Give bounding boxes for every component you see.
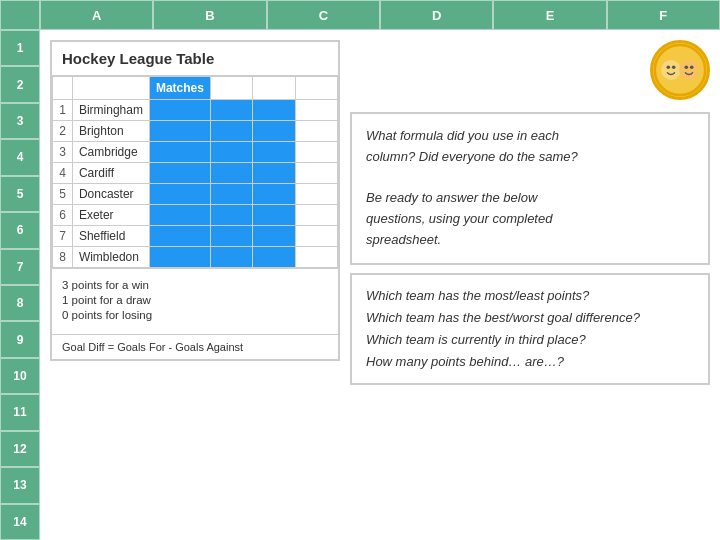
row-11: 11 <box>0 394 40 430</box>
team-name: Birmingham <box>72 100 149 121</box>
team-name: Sheffield <box>72 226 149 247</box>
row-6: 6 <box>0 212 40 248</box>
team-number: 8 <box>53 247 73 268</box>
cell-3 <box>253 184 295 205</box>
table-row: 2 Brighton <box>53 121 338 142</box>
svg-point-3 <box>672 66 676 70</box>
cell-2 <box>210 100 252 121</box>
matches-header: Matches <box>149 77 210 100</box>
cell-4 <box>295 184 337 205</box>
question-item: Which team has the most/least points? <box>366 285 694 307</box>
matches-cell <box>149 100 210 121</box>
row-1: 1 <box>0 30 40 66</box>
col-header-c: C <box>267 0 380 30</box>
table-row: 6 Exeter <box>53 205 338 226</box>
info-line1: What formula did you use in each <box>366 128 559 143</box>
questions-box: Which team has the most/least points?Whi… <box>350 273 710 385</box>
col-header-f: F <box>607 0 720 30</box>
row-5: 5 <box>0 176 40 212</box>
row-7: 7 <box>0 249 40 285</box>
cell-3 <box>253 205 295 226</box>
table-row: 7 Sheffield <box>53 226 338 247</box>
cell-4 <box>295 121 337 142</box>
info-box: What formula did you use in each column?… <box>350 112 710 265</box>
cell-3 <box>253 163 295 184</box>
row-10: 10 <box>0 358 40 394</box>
cell-4 <box>295 100 337 121</box>
col-header-a: A <box>40 0 153 30</box>
row-13: 13 <box>0 467 40 503</box>
svg-point-4 <box>679 60 699 80</box>
matches-cell <box>149 247 210 268</box>
cell-3 <box>253 142 295 163</box>
team-name: Cambridge <box>72 142 149 163</box>
left-panel: Hockey League Table Matches 1 Birmingham <box>50 40 340 530</box>
team-name: Cardiff <box>72 163 149 184</box>
cell-3 <box>253 100 295 121</box>
info-line5: spreadsheet. <box>366 232 441 247</box>
cell-3 <box>253 247 295 268</box>
scoring-notes: 3 points for a win 1 point for a draw 0 … <box>52 268 338 334</box>
question-item: How many points behind… are…? <box>366 351 694 373</box>
row-9: 9 <box>0 321 40 357</box>
note-draw: 1 point for a draw <box>62 294 328 306</box>
cell-2 <box>210 205 252 226</box>
row-14: 14 <box>0 504 40 540</box>
cell-3 <box>253 121 295 142</box>
svg-point-1 <box>661 60 681 80</box>
team-number: 3 <box>53 142 73 163</box>
row-2: 2 <box>0 66 40 102</box>
team-number: 6 <box>53 205 73 226</box>
table-row: 1 Birmingham <box>53 100 338 121</box>
cell-4 <box>295 205 337 226</box>
matches-cell <box>149 184 210 205</box>
matches-cell <box>149 205 210 226</box>
cell-2 <box>210 121 252 142</box>
row-12: 12 <box>0 431 40 467</box>
team-number: 4 <box>53 163 73 184</box>
matches-cell <box>149 226 210 247</box>
table-row: 5 Doncaster <box>53 184 338 205</box>
cell-4 <box>295 226 337 247</box>
team-number: 7 <box>53 226 73 247</box>
cell-2 <box>210 184 252 205</box>
cell-4 <box>295 247 337 268</box>
avatar-container <box>350 40 710 100</box>
matches-cell <box>149 121 210 142</box>
team-name: Doncaster <box>72 184 149 205</box>
note-win: 3 points for a win <box>62 279 328 291</box>
info-line2: column? Did everyone do the same? <box>366 149 578 164</box>
team-number: 2 <box>53 121 73 142</box>
cell-4 <box>295 142 337 163</box>
table-row: 4 Cardiff <box>53 163 338 184</box>
row-8: 8 <box>0 285 40 321</box>
team-number: 1 <box>53 100 73 121</box>
team-name: Brighton <box>72 121 149 142</box>
row-4: 4 <box>0 139 40 175</box>
note-loss: 0 points for losing <box>62 309 328 321</box>
main-content: Hockey League Table Matches 1 Birmingham <box>40 30 720 540</box>
col-header-b: B <box>153 0 266 30</box>
cell-2 <box>210 163 252 184</box>
svg-point-2 <box>667 66 671 70</box>
avatar <box>650 40 710 100</box>
question-item: Which team is currently in third place? <box>366 329 694 351</box>
col-header-e: E <box>493 0 606 30</box>
table-row: 3 Cambridge <box>53 142 338 163</box>
hockey-table: Hockey League Table Matches 1 Birmingham <box>50 40 340 361</box>
question-item: Which team has the best/worst goal diffe… <box>366 307 694 329</box>
cell-2 <box>210 142 252 163</box>
row-3: 3 <box>0 103 40 139</box>
team-name: Wimbledon <box>72 247 149 268</box>
table-row: 8 Wimbledon <box>53 247 338 268</box>
info-line4: questions, using your completed <box>366 211 552 226</box>
info-line3: Be ready to answer the below <box>366 190 537 205</box>
goal-diff-note: Goal Diff = Goals For - Goals Against <box>52 334 338 359</box>
grid-corner <box>0 0 40 30</box>
cell-3 <box>253 226 295 247</box>
cell-2 <box>210 226 252 247</box>
twinkl-logo: twinkl.co.uk <box>658 523 710 534</box>
league-table: Matches 1 Birmingham 2 Brighton 3 Cambri… <box>52 76 338 268</box>
cell-2 <box>210 247 252 268</box>
team-number: 5 <box>53 184 73 205</box>
